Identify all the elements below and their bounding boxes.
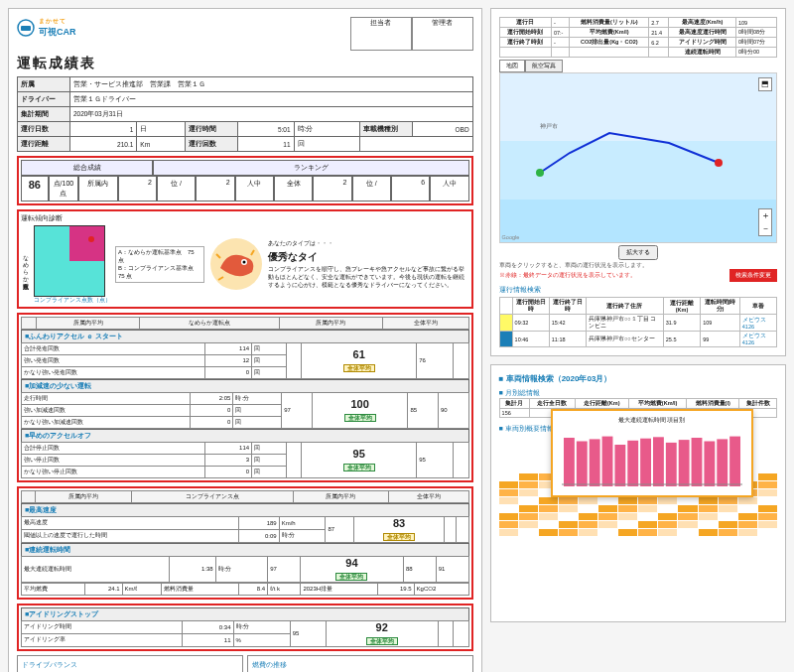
score-ranking-frame: 総合成績 ランキング 86点/100点 所属内2位 /2人中 全体2位 /6人中 (17, 156, 473, 205)
svg-rect-20 (576, 442, 587, 487)
trip-result-table: 運行開始日時運行終了日時運行終了住所運行距離(Km)運転時間(時分)車番 09:… (499, 297, 777, 347)
report-title: ■ 車両情報検索（2020年03月） (499, 373, 777, 384)
svg-rect-32 (729, 437, 740, 486)
drive-balance-chart: ドライブバランス ドライブバランス ふんわりアクセルｅスタート 加減速の少ない運… (17, 655, 243, 672)
tab-map[interactable]: 地図 (499, 60, 525, 72)
route-map[interactable]: 神戸市 ⬒ ＋－ Google (499, 72, 777, 243)
svg-rect-1 (21, 26, 31, 31)
svg-rect-30 (704, 442, 715, 487)
svg-point-17 (536, 169, 544, 177)
stamp-kanri: 管理者 (412, 17, 473, 51)
eco-frame: ■アイドリングストップ アイドリング時間0:34時:分 95 92全体平均 アイ… (17, 604, 473, 651)
zoom-in-button[interactable]: 拡大する (618, 245, 658, 260)
compass-icon[interactable]: ⬒ (758, 77, 772, 91)
trip-search-link[interactable]: 運行情報検索 (499, 285, 777, 295)
driving-report: まかせて可視CAR 担当者 管理者 運転成績表 所属営業・サービス推進部 営業課… (8, 8, 482, 672)
svg-rect-23 (614, 445, 625, 486)
app-logo: まかせて可視CAR (17, 17, 76, 39)
trip-stats-table: 運行日-燃料消費量(リットル)2.7最高速度(Km/h)109 運行開始時刻07… (499, 17, 777, 58)
svg-rect-26 (653, 437, 664, 486)
quadrant-chart (34, 225, 105, 297)
svg-rect-27 (665, 443, 676, 486)
popup-bar-chart: 最大連続運転時間 項目別 (551, 409, 753, 497)
svg-rect-28 (678, 440, 689, 486)
compliance-frame: 所属内平均コンプライアンス点所属内平均全体平均 ■最高速度 最高速度189Km/… (17, 486, 473, 600)
table-row: 09:3215:42兵庫県神戸市○○１丁目 コンビニ31.9109メビウス412… (499, 315, 776, 332)
tab-satellite[interactable]: 航空写真 (525, 60, 563, 72)
svg-point-18 (715, 159, 723, 167)
svg-rect-31 (717, 439, 728, 486)
svg-rect-22 (601, 437, 612, 486)
zoom-controls[interactable]: ＋－ (758, 208, 772, 236)
table-row: 10:4611:18兵庫県神戸市○○センター25.599メビウス4126 (499, 332, 776, 347)
svg-rect-29 (691, 438, 702, 486)
driver-type: 優秀なタイ (268, 250, 469, 264)
profile-table: 所属営業・サービス推進部 営業課 営業１Ｇ ドライバー営業１Ｇドライバー 集計期… (17, 76, 473, 152)
stamp-tantou: 担当者 (350, 17, 412, 51)
svg-rect-25 (640, 439, 651, 486)
diagnosis-title: 運転傾向診断 (21, 213, 469, 223)
diagnosis-frame: 運転傾向診断 なめらか運転点数（点） コンプライアンス点数（点） A：なめらか運… (17, 209, 473, 309)
map-panel: 運行日-燃料消費量(リットル)2.7最高速度(Km/h)109 運行開始時刻07… (490, 8, 786, 356)
svg-rect-24 (627, 441, 638, 486)
svg-point-4 (243, 261, 246, 264)
page-title: 運転成績表 (17, 55, 473, 72)
vehicle-report-panel: ■ 車両情報検索（2020年03月） ■ 月別総情報 集計月走行全日数走行距離(… (490, 364, 786, 622)
sea-bream-icon (208, 236, 264, 293)
change-search-button[interactable]: 検索条件変更 (729, 269, 777, 282)
car-icon (17, 19, 35, 37)
svg-rect-19 (564, 438, 575, 486)
svg-rect-21 (589, 439, 599, 486)
smooth-drive-frame: 所属内平均なめらか運転点所属内平均全体平均 ■ふんわりアクセル ｅ スタート 合… (17, 313, 473, 482)
fuel-trend-chart: 燃費の推移 燃費の推移 燃費(㎞/ℓ) 年/月 営業１Ｇドライバー 平均 (247, 655, 473, 672)
